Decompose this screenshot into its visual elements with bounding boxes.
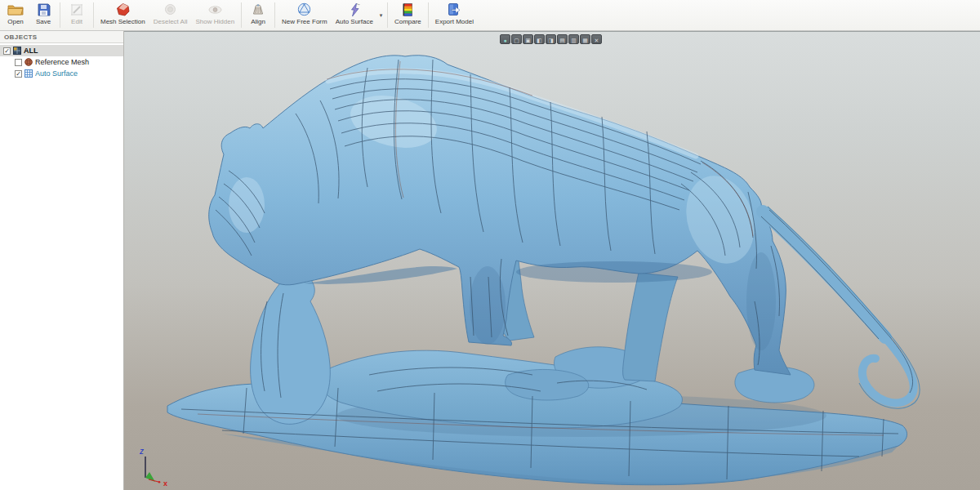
- compare-colormap-icon: [402, 2, 414, 17]
- save-label: Save: [36, 18, 51, 25]
- tree-item-auto-surface[interactable]: ✓ Auto Surface: [0, 68, 123, 79]
- tree-item-auto-surface-label: Auto Surface: [35, 69, 78, 78]
- all-checkbox[interactable]: ✓: [3, 47, 11, 55]
- lightning-icon: [348, 2, 361, 17]
- new-free-form-label: New Free Form: [282, 18, 327, 25]
- view-right-button[interactable]: ◨: [546, 34, 556, 44]
- export-model-button[interactable]: Export Model: [431, 0, 478, 30]
- auto-surface-icon: [24, 69, 33, 78]
- toolbar-separator: [241, 2, 242, 28]
- auto-surface-checkbox[interactable]: ✓: [15, 70, 22, 78]
- deselect-all-label: Deselect All: [154, 18, 188, 25]
- folder-icon: [7, 2, 24, 17]
- view-iso-button[interactable]: ▦: [580, 34, 590, 44]
- align-button[interactable]: Align: [244, 0, 272, 30]
- show-hidden-label: Show Hidden: [196, 18, 235, 25]
- mesh-selection-button[interactable]: Mesh Selection: [96, 0, 149, 30]
- axis-x-label: x: [163, 479, 167, 487]
- view-fit-button[interactable]: ✕: [591, 34, 602, 44]
- edit-icon: [69, 2, 84, 17]
- align-icon: [251, 2, 265, 17]
- view-front-button[interactable]: ▢: [511, 34, 522, 44]
- axis-triad: z x: [137, 444, 175, 487]
- auto-surface-dropdown-caret[interactable]: ▾: [377, 0, 385, 30]
- reference-mesh-checkbox[interactable]: [15, 59, 22, 66]
- toolbar-separator: [60, 2, 60, 28]
- export-arrow-icon: [447, 2, 461, 17]
- view-top-button[interactable]: ▤: [557, 34, 568, 44]
- mesh-selection-icon: [115, 2, 131, 17]
- viewport-view-toolbar: ● ▢ ▣ ◧ ◨ ▤ ▥ ▦ ✕: [500, 34, 602, 44]
- auto-surface-label: Auto Surface: [336, 18, 373, 25]
- view-orbit-button[interactable]: ●: [500, 34, 510, 44]
- save-button[interactable]: Save: [29, 0, 57, 30]
- edit-button[interactable]: Edit: [63, 0, 91, 30]
- auto-surface-button[interactable]: Auto Surface: [332, 0, 377, 30]
- mesh-selection-label: Mesh Selection: [100, 18, 145, 25]
- show-hidden-button[interactable]: Show Hidden: [192, 0, 239, 30]
- toolbar-separator: [93, 2, 94, 28]
- statue-3d-model: [124, 32, 980, 490]
- deselect-circle-icon: [163, 2, 177, 17]
- tree-item-all[interactable]: ✓ ALL: [0, 45, 123, 56]
- open-label: Open: [7, 18, 24, 25]
- reference-mesh-icon: [24, 58, 33, 66]
- view-left-button[interactable]: ◧: [534, 34, 545, 44]
- toolbar-separator: [428, 2, 429, 28]
- compare-button[interactable]: Compare: [390, 0, 425, 30]
- view-back-button[interactable]: ▣: [523, 34, 533, 44]
- tree-item-reference-mesh[interactable]: Reference Mesh: [0, 56, 123, 68]
- main-toolbar: Open Save Edit Mesh Selection Deselect A…: [0, 0, 980, 31]
- edit-label: Edit: [71, 18, 82, 25]
- view-bottom-button[interactable]: ▥: [568, 34, 579, 44]
- objects-panel: OBJECTS ✓ ALL Reference Mesh ✓ Auto Surf…: [0, 31, 124, 490]
- align-label: Align: [251, 18, 265, 25]
- freeform-sphere-icon: [296, 2, 312, 17]
- axis-z-label: z: [139, 447, 144, 456]
- floppy-icon: [37, 2, 51, 17]
- eye-icon: [207, 2, 223, 17]
- compare-label: Compare: [394, 18, 421, 25]
- objects-panel-header: OBJECTS: [0, 31, 123, 43]
- deselect-all-button[interactable]: Deselect All: [149, 0, 192, 30]
- objects-tree: ✓ ALL Reference Mesh ✓ Auto Surface: [0, 43, 123, 79]
- tree-item-reference-mesh-label: Reference Mesh: [35, 58, 89, 66]
- export-model-label: Export Model: [435, 18, 474, 25]
- new-free-form-button[interactable]: New Free Form: [278, 0, 332, 30]
- viewport-3d[interactable]: ● ▢ ▣ ◧ ◨ ▤ ▥ ▦ ✕ z x: [124, 31, 980, 490]
- open-button[interactable]: Open: [2, 0, 29, 30]
- toolbar-separator: [274, 2, 275, 28]
- tree-item-all-label: ALL: [24, 47, 38, 55]
- all-group-icon: [13, 47, 21, 55]
- toolbar-separator: [387, 2, 388, 28]
